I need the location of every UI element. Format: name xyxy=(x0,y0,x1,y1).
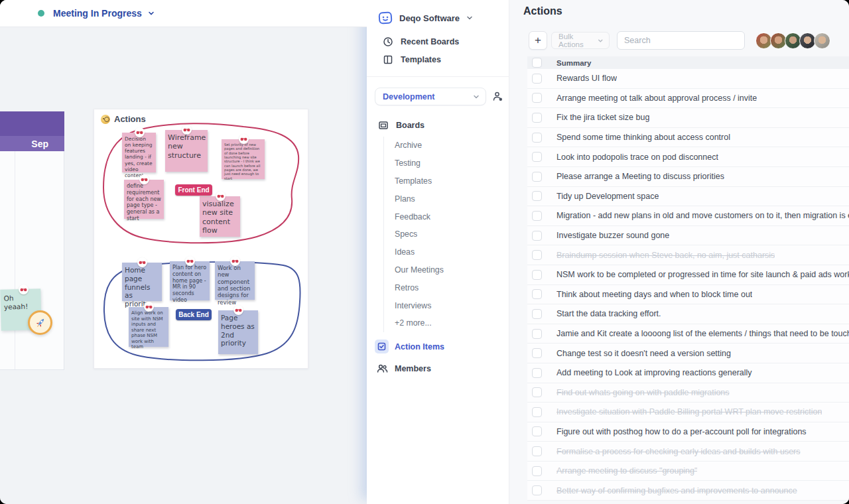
glasses-emoji-badge xyxy=(139,174,149,184)
row-summary: Braindump session when Steve back, no ai… xyxy=(556,251,775,260)
sticky-note[interactable]: Align work on site with NSM inputs and s… xyxy=(129,307,168,347)
back-end-chip[interactable]: Back End xyxy=(176,309,212,320)
add-action-button[interactable]: + xyxy=(529,31,547,50)
sticky-note[interactable]: Set priority of new pages and definition… xyxy=(222,139,265,179)
bulk-actions-dropdown[interactable]: Bulk Actions xyxy=(551,32,610,49)
row-checkbox[interactable] xyxy=(532,426,542,436)
sidebar-board-templates[interactable]: Templates xyxy=(395,172,509,190)
row-summary: Think about meeting days and when to blo… xyxy=(556,290,752,299)
sidebar-board-archive[interactable]: Archive xyxy=(395,137,509,155)
actions-frame[interactable]: Actions Decision on keeping features lan… xyxy=(94,109,308,369)
table-row[interactable]: Arrange meeting ot talk about approval p… xyxy=(527,89,849,109)
sidebar-board-plans[interactable]: Plans xyxy=(395,190,509,208)
space-select[interactable]: Development xyxy=(375,88,486,105)
table-row[interactable]: Investigate buzzer sound gone xyxy=(527,226,849,246)
row-checkbox[interactable] xyxy=(532,93,542,103)
row-checkbox[interactable] xyxy=(532,329,542,339)
row-checkbox[interactable] xyxy=(532,289,542,299)
row-checkbox[interactable] xyxy=(532,407,542,417)
sidebar-item-boards[interactable]: Boards xyxy=(367,116,509,134)
table-row[interactable]: Investigate situation with Paddle Billin… xyxy=(527,403,849,422)
timeline-month-block: Sep xyxy=(0,111,64,151)
sidebar-board-our-meetings[interactable]: Our Meetings xyxy=(395,261,509,279)
rocket-emoji-badge xyxy=(28,310,52,335)
table-row[interactable]: Look into podopolis trace on pod disconn… xyxy=(527,147,849,167)
table-row[interactable]: Find out whats going on with paddle migr… xyxy=(527,383,849,403)
row-checkbox[interactable] xyxy=(532,231,542,241)
table-row[interactable]: Rewards UI flow xyxy=(527,69,849,89)
row-checkbox[interactable] xyxy=(532,348,542,358)
sidebar-board-feedback[interactable]: Feedback xyxy=(395,208,509,225)
sidebar-board-specs[interactable]: Specs xyxy=(395,225,509,243)
sidebar-board-ideas[interactable]: Ideas xyxy=(395,243,509,261)
row-checkbox[interactable] xyxy=(532,133,542,143)
chevron-down-icon[interactable] xyxy=(148,10,155,17)
table-row[interactable]: Tidy up Development space xyxy=(527,187,849,207)
table-row[interactable]: Start the data tracking effort. xyxy=(527,304,849,324)
row-checkbox[interactable] xyxy=(532,152,542,162)
row-summary: Start the data tracking effort. xyxy=(556,309,661,318)
sidebar-board--2-more-[interactable]: +2 more... xyxy=(395,314,509,332)
workspace-switcher[interactable]: Deqo Software xyxy=(367,0,509,26)
row-checkbox[interactable] xyxy=(532,309,542,319)
search-input[interactable] xyxy=(617,31,745,50)
table-row[interactable]: Formalise a process for checking early i… xyxy=(527,442,849,462)
row-checkbox[interactable] xyxy=(532,446,542,456)
table-row[interactable]: Please arrange a Meeting to discuss prio… xyxy=(527,167,849,187)
sticky-note[interactable]: Wireframe new structure xyxy=(165,130,208,172)
sticky-note[interactable]: Work on new component and section design… xyxy=(215,261,255,300)
sidebar-item-templates[interactable]: Templates xyxy=(367,50,509,68)
row-checkbox[interactable] xyxy=(532,172,542,182)
select-all-checkbox[interactable] xyxy=(532,58,542,68)
sidebar-item-action-items[interactable]: Action Items xyxy=(375,338,509,355)
front-end-chip[interactable]: Front End xyxy=(175,184,212,196)
table-row[interactable]: Better way of confirming bugfixes and im… xyxy=(527,481,849,501)
table-row[interactable]: Arrange meeting to discuss "grouping" xyxy=(527,462,849,481)
row-checkbox[interactable] xyxy=(532,466,542,476)
chevron-down-icon xyxy=(473,94,480,100)
table-row[interactable]: Think about meeting days and when to blo… xyxy=(527,285,849,305)
actions-frame-title: Actions xyxy=(114,114,146,124)
row-checkbox[interactable] xyxy=(532,485,542,495)
sidebar-item-members[interactable]: Members xyxy=(377,361,509,377)
monocle-face-icon xyxy=(101,115,110,124)
row-summary: Arrange meeting to discuss "grouping" xyxy=(556,466,697,475)
table-row[interactable]: Braindump session when Steve back, no ai… xyxy=(527,245,849,265)
row-checkbox[interactable] xyxy=(532,387,542,397)
row-checkbox[interactable] xyxy=(532,74,542,84)
whiteboard-canvas[interactable]: Meeting In Progress Sep Oh yeaah! xyxy=(0,0,367,504)
row-summary: Tidy up Development space xyxy=(556,192,659,201)
row-checkbox[interactable] xyxy=(532,250,542,260)
meeting-status-label[interactable]: Meeting In Progress xyxy=(53,8,142,19)
manage-users-icon[interactable] xyxy=(492,91,503,102)
row-checkbox[interactable] xyxy=(532,211,542,221)
table-row[interactable]: Fix the jira ticket size bug xyxy=(527,108,849,128)
boards-label: Boards xyxy=(396,121,424,130)
sticky-note[interactable]: Page heroes as 2nd priority xyxy=(218,310,258,354)
sidebar-board-interviews[interactable]: Interviews xyxy=(395,296,509,314)
sidebar-divider xyxy=(367,76,509,77)
row-checkbox[interactable] xyxy=(532,270,542,280)
sticky-note[interactable]: Decision on keeping features landing - i… xyxy=(122,133,156,172)
sidebar-item-recent-boards[interactable]: Recent Boards xyxy=(367,32,509,50)
row-checkbox[interactable] xyxy=(532,113,542,123)
table-row[interactable]: Spend some time thinking about access co… xyxy=(527,128,849,148)
table-row[interactable]: Migration - add new plans in old and mov… xyxy=(527,206,849,226)
sticky-note[interactable]: define requirement for each new page typ… xyxy=(124,180,164,219)
row-summary: Rewards UI flow xyxy=(556,74,617,83)
sticky-note[interactable]: visualize new site content flow xyxy=(200,196,240,237)
table-row[interactable]: Add meeting to Look at improving reactio… xyxy=(527,363,849,383)
meeting-status-dot xyxy=(38,10,44,17)
table-row[interactable]: Figure out with posthog how to do a per-… xyxy=(527,422,849,442)
sidebar-board-retros[interactable]: Retros xyxy=(395,279,509,296)
row-checkbox[interactable] xyxy=(532,368,542,378)
row-checkbox[interactable] xyxy=(532,191,542,201)
sticky-note[interactable]: Home page funnels as priority xyxy=(122,263,162,301)
table-row[interactable]: NSM work to be completed or progressed i… xyxy=(527,265,849,285)
member-avatar-5[interactable] xyxy=(814,32,830,49)
table-row[interactable]: Change test so it doesn't need a version… xyxy=(527,344,849,363)
sticky-note[interactable]: Plan for hero content on home page - MR … xyxy=(170,261,210,300)
sidebar-board-testing[interactable]: Testing xyxy=(395,155,509,172)
row-summary: Investigate situation with Paddle Billin… xyxy=(556,407,822,416)
table-row[interactable]: Jamie and Kit create a loooong list of t… xyxy=(527,324,849,344)
